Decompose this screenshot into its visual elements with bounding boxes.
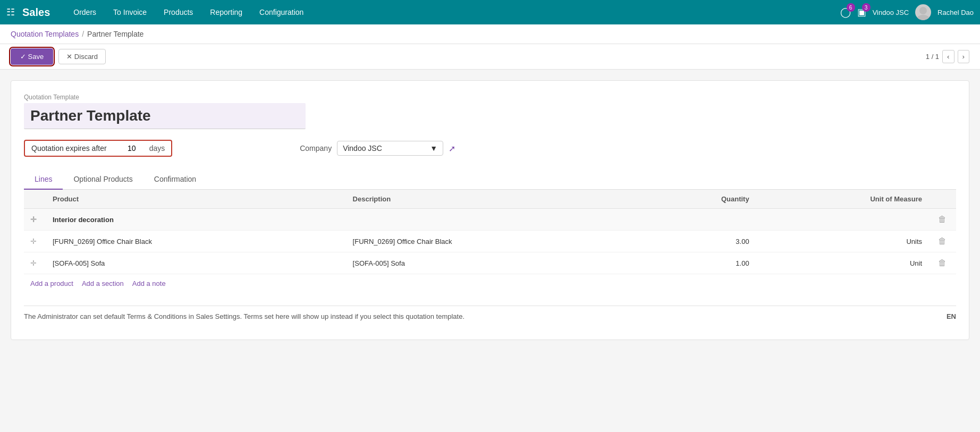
tab-confirmation[interactable]: Confirmation [143, 170, 207, 190]
notifications-icon[interactable]: ◯ 6 [840, 6, 851, 18]
tabs: Lines Optional Products Confirmation [24, 170, 956, 190]
tab-lines[interactable]: Lines [24, 170, 63, 190]
user-name[interactable]: Rachel Dao [937, 9, 974, 16]
drag-handle-icon[interactable]: ✛ [30, 237, 37, 245]
col-drag [24, 190, 46, 209]
company-select-value: Vindoo JSC [343, 144, 427, 153]
chevron-down-icon: ▼ [430, 144, 437, 153]
table-row: ✛ [FURN_0269] Office Chair Black [FURN_0… [24, 231, 956, 252]
drag-handle-icon[interactable]: ✛ [30, 259, 37, 267]
section-drag-cell: ✛ [24, 209, 46, 231]
notifications-badge: 6 [847, 3, 855, 12]
table-header-row: Product Description Quantity Unit of Mea… [24, 190, 956, 209]
product2-qty: 1.00 [646, 252, 755, 274]
form-row: Quotation expires after days Company Vin… [24, 140, 956, 157]
main-content: Quotation Template Quotation expires aft… [0, 70, 980, 351]
navbar-item-reporting[interactable]: Reporting [202, 5, 250, 20]
save-button[interactable]: ✓ Save [11, 48, 53, 65]
avatar[interactable] [915, 4, 931, 20]
product1-drag-cell: ✛ [24, 231, 46, 252]
svg-point-0 [919, 7, 927, 14]
navbar-item-to-invoice[interactable]: To Invoice [106, 5, 154, 20]
external-link-icon[interactable]: ➚ [449, 143, 455, 154]
breadcrumb-parent[interactable]: Quotation Templates [11, 30, 79, 38]
template-label: Quotation Template [24, 94, 956, 101]
navbar-item-products[interactable]: Products [156, 5, 200, 20]
col-uom: Unit of Measure [756, 190, 928, 209]
col-description: Description [347, 190, 647, 209]
footer-note: The Administrator can set default Terms … [24, 306, 956, 327]
table-actions: Add a product Add a section Add a note [24, 274, 956, 293]
messages-icon[interactable]: ▣ 3 [857, 6, 866, 18]
lines-table: Product Description Quantity Unit of Mea… [24, 190, 956, 274]
add-product-link[interactable]: Add a product [30, 279, 73, 287]
product1-desc: [FURN_0269] Office Chair Black [347, 231, 647, 252]
navbar: ☷ Sales Orders To Invoice Products Repor… [0, 0, 980, 24]
messages-badge: 3 [862, 3, 871, 12]
col-actions [928, 190, 956, 209]
template-name-input[interactable] [24, 103, 306, 129]
navbar-item-orders[interactable]: Orders [66, 5, 104, 20]
company-label: Company [300, 144, 332, 153]
product2-delete-button[interactable]: 🗑 [935, 257, 950, 269]
product2-delete-cell: 🗑 [928, 252, 956, 274]
product2-desc: [SOFA-005] Sofa [347, 252, 647, 274]
section-delete-cell: 🗑 [928, 209, 956, 231]
brand-label: Sales [22, 6, 50, 19]
footer-note-text: The Administrator can set default Terms … [24, 312, 464, 320]
product1-delete-button[interactable]: 🗑 [935, 235, 950, 247]
pagination-text: 1 / 1 [926, 53, 939, 61]
section-delete-button[interactable]: 🗑 [935, 214, 950, 225]
add-section-link[interactable]: Add a section [82, 279, 124, 287]
form-card: Quotation Template Quotation expires aft… [11, 80, 969, 340]
table-row: ✛ [SOFA-005] Sofa [SOFA-005] Sofa 1.00 U… [24, 252, 956, 274]
company-select[interactable]: Vindoo JSC ▼ [337, 141, 443, 156]
company-group: Company Vindoo JSC ▼ ➚ [300, 141, 455, 156]
col-quantity: Quantity [646, 190, 755, 209]
company-label[interactable]: Vindoo JSC [873, 9, 909, 16]
footer-lang[interactable]: EN [947, 312, 956, 320]
product2-name: [SOFA-005] Sofa [46, 252, 347, 274]
pagination-next[interactable]: › [958, 50, 969, 63]
action-bar: ✓ Save ✕ Discard 1 / 1 ‹ › [0, 44, 980, 70]
col-product: Product [46, 190, 347, 209]
svg-point-1 [917, 15, 930, 20]
breadcrumb-current: Partner Template [87, 30, 143, 38]
product2-drag-cell: ✛ [24, 252, 46, 274]
tab-optional-products[interactable]: Optional Products [63, 170, 143, 190]
navbar-menu: Orders To Invoice Products Reporting Con… [66, 5, 840, 20]
table-row: ✛ Interior decoration 🗑 [24, 209, 956, 231]
discard-button[interactable]: ✕ Discard [58, 49, 106, 64]
section-name: Interior decoration [46, 209, 928, 231]
product1-delete-cell: 🗑 [928, 231, 956, 252]
expires-label: Quotation expires after [31, 144, 107, 153]
product1-qty: 3.00 [646, 231, 755, 252]
product2-uom: Unit [756, 252, 928, 274]
pagination: 1 / 1 ‹ › [926, 50, 969, 63]
breadcrumb: Quotation Templates / Partner Template [0, 24, 980, 44]
breadcrumb-separator: / [82, 30, 84, 38]
drag-handle-icon[interactable]: ✛ [30, 215, 37, 224]
product1-uom: Units [756, 231, 928, 252]
product1-name: [FURN_0269] Office Chair Black [46, 231, 347, 252]
expires-input[interactable] [112, 144, 144, 153]
pagination-prev[interactable]: ‹ [942, 50, 954, 63]
expires-group: Quotation expires after days [24, 140, 172, 157]
grid-icon[interactable]: ☷ [6, 6, 15, 18]
navbar-right: ◯ 6 ▣ 3 Vindoo JSC Rachel Dao [840, 4, 974, 20]
expires-unit: days [149, 144, 165, 153]
add-note-link[interactable]: Add a note [132, 279, 166, 287]
navbar-item-configuration[interactable]: Configuration [252, 5, 311, 20]
